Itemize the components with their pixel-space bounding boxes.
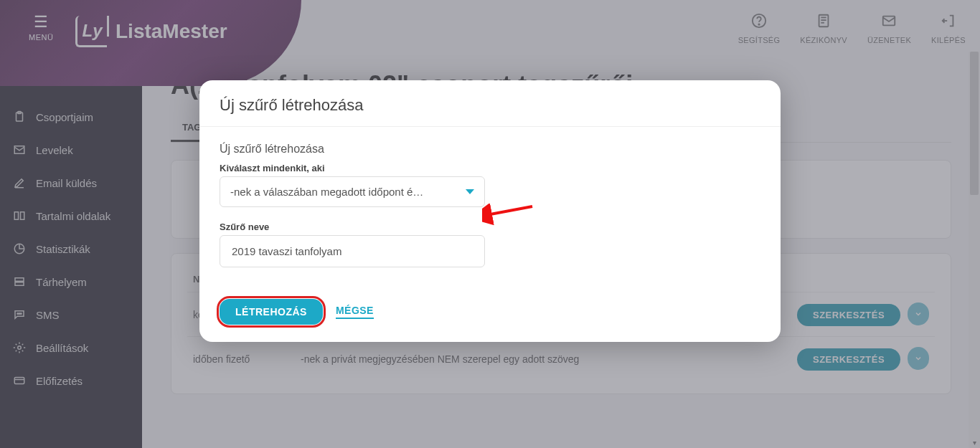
name-label: Szűrő neve [220, 221, 760, 232]
modal-subtitle: Új szűrő létrehozása [220, 143, 760, 156]
filter-name-input-wrap [220, 235, 485, 267]
select-label: Kiválaszt mindenkit, aki [220, 163, 760, 173]
chevron-down-icon [466, 189, 474, 194]
modal-footer: LÉTREHOZÁS MÉGSE [199, 293, 781, 342]
modal-header: Új szűrő létrehozása [199, 80, 781, 127]
cancel-button[interactable]: MÉGSE [336, 305, 374, 319]
new-filter-modal: Új szűrő létrehozása Új szűrő létrehozás… [199, 80, 781, 342]
create-button[interactable]: LÉTREHOZÁS [220, 299, 323, 325]
filter-type-select[interactable]: -nek a válaszában megadott időpont é… [220, 176, 485, 207]
modal-title: Új szűrő létrehozása [220, 96, 760, 115]
select-value: -nek a válaszában megadott időpont é… [230, 186, 423, 198]
filter-name-input[interactable] [230, 244, 474, 258]
modal-body: Új szűrő létrehozása Kiválaszt mindenkit… [199, 127, 781, 293]
